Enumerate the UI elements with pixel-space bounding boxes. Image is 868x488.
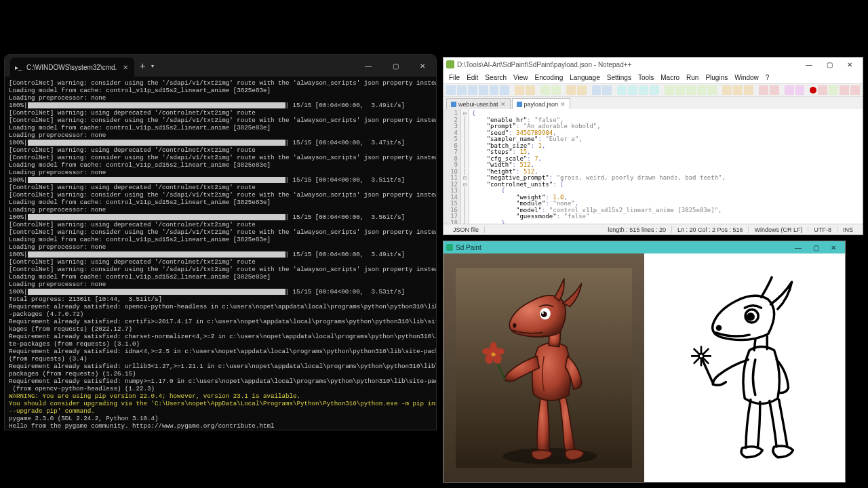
record-icon[interactable] <box>810 87 816 94</box>
save-macro-icon[interactable] <box>850 85 860 95</box>
status-encoding: UTF-8 <box>808 226 837 233</box>
close-icon[interactable]: ✕ <box>121 62 130 72</box>
doc-icon[interactable] <box>795 85 805 95</box>
tab-label: webui-user.bat <box>458 101 498 108</box>
file-tab[interactable]: payload.json✕ <box>512 98 571 109</box>
svg-point-12 <box>542 312 544 314</box>
npp-tabbar: webui-user.bat✕payload.json✕ <box>443 97 863 109</box>
minimize-button[interactable]: ― <box>355 55 382 77</box>
close-button[interactable]: ✕ <box>840 58 860 70</box>
copy-icon[interactable] <box>540 85 550 95</box>
show-all-icon[interactable] <box>675 85 685 95</box>
tab-dropdown-icon[interactable]: ▾ <box>151 63 154 69</box>
status-eol: Windows (CR LF) <box>749 226 808 233</box>
maximize-button[interactable]: ▢ <box>807 244 825 251</box>
cmd-window: ▸_ C:\WINDOWS\system32\cmd. ✕ + ▾ ― ▢ ✕ … <box>4 54 437 430</box>
cmd-icon: ▸_ <box>14 63 22 71</box>
indent-icon[interactable] <box>686 85 696 95</box>
save-icon[interactable] <box>468 85 477 95</box>
fold-margin[interactable]: ⊟│││││││││⊟⊟││││││││ <box>461 109 469 224</box>
find-icon[interactable] <box>592 85 601 95</box>
doc-map-icon[interactable] <box>733 85 743 95</box>
code-area[interactable]: { "enable_hr": "false", "prompt": "An ad… <box>469 109 863 224</box>
menu-file[interactable]: File <box>446 74 462 81</box>
svg-point-5 <box>494 348 505 354</box>
svg-point-8 <box>482 348 493 354</box>
status-insert: INS <box>837 226 859 233</box>
new-icon[interactable] <box>446 85 456 95</box>
menu-tools[interactable]: Tools <box>635 74 656 81</box>
menu-run[interactable]: Run <box>684 74 701 81</box>
menu-view[interactable]: View <box>511 74 531 81</box>
menu-edit[interactable]: Edit <box>464 74 481 81</box>
sdpaint-icon <box>446 244 453 251</box>
menu-plugins[interactable]: Plugins <box>703 74 730 81</box>
cut-icon[interactable] <box>526 85 535 95</box>
unfold-icon[interactable] <box>707 85 717 95</box>
kobold-render-image <box>456 258 632 478</box>
cmd-tab[interactable]: ▸_ C:\WINDOWS\system32\cmd. ✕ <box>10 58 134 77</box>
close-all-icon[interactable] <box>500 85 509 95</box>
cmd-output[interactable]: [ControlNet] warning: consider using the… <box>5 77 436 430</box>
menu-settings[interactable]: Settings <box>604 74 634 81</box>
npp-menubar: FileEditSearchViewEncodingLanguageSettin… <box>443 71 863 83</box>
workspace-icon[interactable] <box>770 85 779 95</box>
sdpaint-titlebar[interactable]: Sd Paint ― ▢ ✕ <box>443 241 845 253</box>
close-icon[interactable]: ✕ <box>560 101 566 108</box>
replace-icon[interactable] <box>602 85 612 95</box>
new-tab-button[interactable]: + <box>134 60 151 71</box>
minimize-button[interactable]: ― <box>789 244 807 251</box>
play-icon[interactable] <box>829 85 838 95</box>
minimize-button[interactable]: ― <box>799 58 819 70</box>
open-icon[interactable] <box>457 85 467 95</box>
cmd-titlebar[interactable]: ▸_ C:\WINDOWS\system32\cmd. ✕ + ▾ ― ▢ ✕ <box>5 55 436 77</box>
status-length: length : 515 lines : 20 <box>602 226 672 233</box>
npp-title: D:\Tools\AI-Art\SdPaint\SdPaint\payload.… <box>457 61 799 68</box>
sdpaint-window: Sd Paint ― ▢ ✕ <box>443 241 846 483</box>
hide-lines-icon[interactable] <box>722 85 732 95</box>
npp-toolbar <box>443 83 863 97</box>
folder-icon[interactable] <box>785 85 794 95</box>
sync-v-icon[interactable] <box>639 85 648 95</box>
npp-titlebar[interactable]: D:\Tools\AI-Art\SdPaint\SdPaint\payload.… <box>443 58 863 71</box>
menu-macro[interactable]: Macro <box>658 74 682 81</box>
file-icon <box>451 102 456 107</box>
stop-icon[interactable] <box>818 85 827 95</box>
undo-icon[interactable] <box>566 85 576 95</box>
svg-point-6 <box>493 354 501 364</box>
file-tab[interactable]: webui-user.bat✕ <box>446 98 511 109</box>
svg-point-7 <box>485 354 493 364</box>
save-all-icon[interactable] <box>479 85 488 95</box>
file-icon <box>517 102 522 107</box>
print-icon[interactable] <box>515 85 524 95</box>
func-list-icon[interactable] <box>744 85 753 95</box>
close-icon[interactable] <box>490 85 499 95</box>
paste-icon[interactable] <box>551 85 561 95</box>
zoom-in-icon[interactable] <box>617 85 627 95</box>
maximize-button[interactable]: ▢ <box>819 58 840 70</box>
close-button[interactable]: ✕ <box>825 244 842 251</box>
notepadpp-window: D:\Tools\AI-Art\SdPaint\SdPaint\payload.… <box>443 57 863 235</box>
menu-search[interactable]: Search <box>482 74 509 81</box>
sync-h-icon[interactable] <box>650 85 659 95</box>
maximize-button[interactable]: ▢ <box>382 55 409 77</box>
menu-?[interactable]: ? <box>763 74 772 81</box>
menu-window[interactable]: Window <box>732 74 762 81</box>
fold-icon[interactable] <box>697 85 707 95</box>
redo-icon[interactable] <box>577 85 587 95</box>
run-multi-icon[interactable] <box>840 85 849 95</box>
cmd-tab-title: C:\WINDOWS\system32\cmd. <box>26 64 117 71</box>
line-numbers: 1234567891011121314151617181920 <box>443 109 461 224</box>
menu-encoding[interactable]: Encoding <box>532 74 566 81</box>
wrap-icon[interactable] <box>665 85 674 95</box>
close-button[interactable]: ✕ <box>409 55 436 77</box>
sdpaint-body <box>443 253 845 482</box>
monitor-icon[interactable] <box>759 85 768 95</box>
svg-point-15 <box>717 326 720 329</box>
generated-image-panel[interactable] <box>443 253 644 482</box>
close-icon[interactable]: ✕ <box>500 101 506 108</box>
sketch-canvas-panel[interactable] <box>644 253 845 482</box>
menu-language[interactable]: Language <box>567 74 603 81</box>
svg-point-11 <box>541 311 547 317</box>
zoom-out-icon[interactable] <box>628 85 637 95</box>
